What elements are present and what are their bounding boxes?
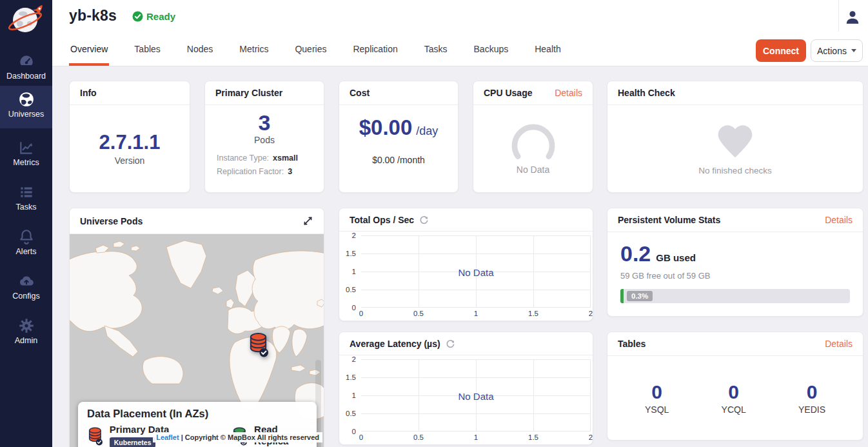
card-title: Tables [618, 339, 646, 349]
yedis-label: YEDIS [798, 404, 825, 415]
tab-health[interactable]: Health [533, 44, 562, 66]
actions-dropdown-button[interactable]: Actions [811, 39, 863, 62]
sidebar-item-tasks[interactable]: Tasks [0, 179, 52, 220]
list-icon [18, 184, 35, 201]
ycql-label: YCQL [722, 404, 746, 415]
card-title: Cost [350, 88, 370, 98]
pods-count: 3 [259, 111, 271, 135]
sidebar-item-label: Dashboard [0, 72, 52, 81]
user-profile-icon[interactable] [844, 9, 861, 26]
pvs-details-link[interactable]: Details [825, 215, 853, 225]
refresh-icon[interactable] [419, 215, 429, 224]
sidebar-item-universes[interactable]: Universes [0, 86, 52, 128]
tab-metrics[interactable]: Metrics [238, 44, 270, 66]
tab-queries[interactable]: Queries [293, 44, 328, 66]
volume-usage-progressbar: 0.3% [620, 289, 850, 303]
topbar-divider [838, 0, 839, 32]
version-caption: Version [115, 155, 145, 166]
y-axis-ticks: 2 1.5 1 0.5 0 [339, 235, 359, 308]
yugabyte-logo-icon [6, 2, 45, 38]
expand-icon[interactable] [302, 215, 313, 226]
gb-used-value: 0.2 [620, 241, 651, 266]
ycql-stat: 0 YCQL [722, 381, 746, 415]
cpu-empty-label: No Data [517, 164, 549, 175]
version-value: 2.7.1.1 [99, 132, 161, 154]
cost-per-day-value: $0.00 [359, 116, 413, 139]
sidebar-item-label: Admin [0, 336, 52, 345]
y-axis-ticks: 2 1.5 1 0.5 0 [339, 359, 359, 432]
cloud-upload-icon [18, 273, 35, 290]
sidebar-item-label: Metrics [0, 158, 52, 167]
card-title: Primary Cluster [215, 88, 282, 98]
sidebar-item-metrics[interactable]: Metrics [0, 134, 52, 175]
refresh-icon[interactable] [446, 339, 455, 348]
map-attribution: Leaflet | Copyright © MapBox All rights … [153, 432, 322, 442]
gauge-icon [18, 53, 35, 70]
card-title: Persistent Volume Stats [618, 215, 720, 225]
status-badge: Ready [132, 11, 175, 22]
tab-tasks[interactable]: Tasks [423, 44, 449, 66]
kubernetes-badge: Kubernetes [110, 437, 156, 447]
yedis-stat: 0 YEDIS [798, 381, 825, 415]
sidebar-item-label: Alerts [0, 247, 52, 256]
actions-label: Actions [817, 46, 847, 56]
sidebar-item-configs[interactable]: Configs [0, 268, 52, 309]
sidebar-item-dashboard[interactable]: Dashboard [0, 48, 52, 89]
ysql-stat: 0 YSQL [645, 381, 669, 415]
x-axis-ticks: 0 0.5 1 1.5 2 [361, 433, 591, 443]
sidebar-item-label: Configs [0, 292, 52, 301]
sidebar-item-alerts[interactable]: Alerts [0, 223, 52, 264]
tab-backups[interactable]: Backups [473, 44, 510, 66]
chart-grid: No Data [361, 359, 591, 432]
cpu-usage-card: CPU Usage Details No Data [473, 81, 593, 193]
status-label: Ready [146, 11, 175, 22]
pods-caption: Pods [254, 135, 275, 145]
connect-button[interactable]: Connect [756, 39, 806, 62]
heart-icon [713, 122, 757, 159]
no-data-label: No Data [361, 267, 591, 278]
tables-details-link[interactable]: Details [825, 339, 853, 349]
cost-per-day-unit: /day [416, 124, 438, 138]
cpu-details-link[interactable]: Details [555, 88, 582, 98]
line-chart-icon [18, 139, 35, 156]
universe-title: yb-k8s [69, 7, 117, 25]
persistent-volume-stats-card: Persistent Volume Stats Details 0.2 GB u… [607, 208, 863, 317]
topbar: yb-k8s Ready Overview Tables Nodes Metri… [52, 0, 868, 66]
tab-replication[interactable]: Replication [351, 44, 399, 66]
check-circle-icon [132, 11, 143, 22]
sidebar: Dashboard Universes Metrics [0, 0, 52, 447]
world-map[interactable]: Data Placement (In AZs) Primary Data K [70, 234, 324, 447]
tab-overview[interactable]: Overview [69, 44, 109, 66]
no-data-label: No Data [361, 391, 591, 402]
universe-pods-card: Universe Pods [69, 208, 324, 447]
ysql-label: YSQL [645, 404, 669, 415]
card-title: Total Ops / Sec [350, 215, 414, 225]
legend-title: Data Placement (In AZs) [87, 408, 308, 420]
card-title: CPU Usage [484, 88, 532, 98]
sidebar-item-label: Universes [0, 110, 52, 119]
replication-factor-row: Replication Factor:3 [217, 165, 312, 179]
avg-latency-chart-card: Average Latency (µs) 2 1.5 1 0.5 0 No Da… [339, 332, 593, 445]
sidebar-item-admin[interactable]: Admin [0, 312, 52, 353]
primary-data-map-marker[interactable] [248, 331, 269, 358]
leaflet-link[interactable]: Leaflet [156, 433, 179, 441]
tab-tables[interactable]: Tables [133, 44, 161, 66]
globe-icon [18, 91, 35, 108]
ysql-count: 0 [645, 381, 669, 403]
cluster-detail-rows: Instance Type:xsmall Replication Factor:… [205, 145, 324, 179]
card-title: Health Check [618, 88, 675, 98]
primary-database-icon [87, 424, 103, 447]
sidebar-item-label: Tasks [0, 203, 52, 212]
progress-fill [620, 289, 624, 303]
info-card: Info 2.7.1.1 Version [69, 81, 190, 193]
progress-percent-badge: 0.3% [627, 291, 653, 301]
gb-used-unit: GB used [656, 252, 696, 263]
attribution-text: | Copyright © MapBox All rights reserved [181, 433, 319, 441]
universe-tabs: Overview Tables Nodes Metrics Queries Re… [69, 44, 586, 66]
tab-nodes[interactable]: Nodes [186, 44, 214, 66]
yugabyte-logo[interactable] [6, 2, 45, 38]
cost-per-month: $0.00 /month [372, 155, 425, 165]
ycql-count: 0 [722, 381, 746, 403]
card-title: Info [80, 88, 97, 98]
primary-cluster-card: Primary Cluster 3 Pods Instance Type:xsm… [204, 81, 324, 193]
